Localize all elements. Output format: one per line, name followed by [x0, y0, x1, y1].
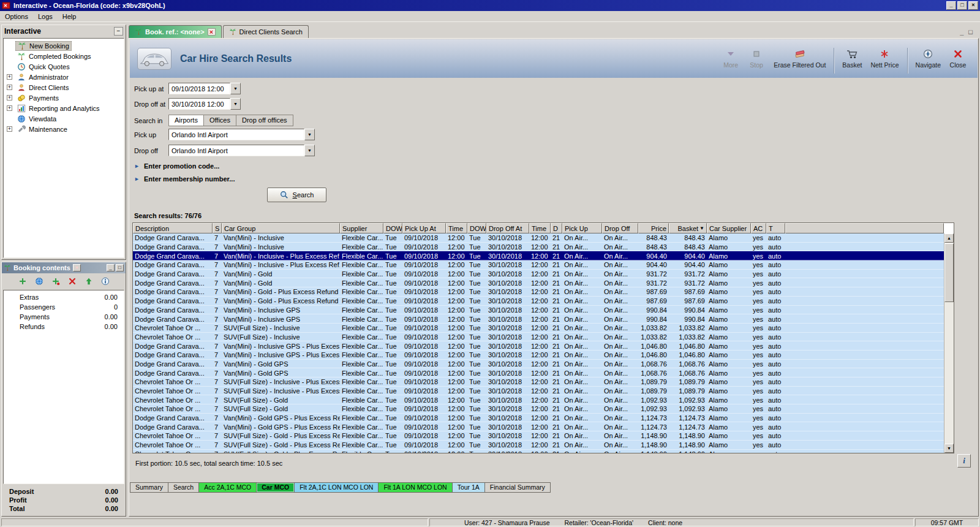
- world-icon[interactable]: [34, 276, 45, 287]
- close-view-button[interactable]: Close: [946, 47, 970, 70]
- sidebar-item-viewdata[interactable]: Viewdata: [4, 113, 124, 124]
- pickup-at-input[interactable]: 09/10/2018 12:00 ▼: [168, 83, 241, 94]
- tab-summary[interactable]: Summary: [130, 482, 168, 493]
- result-row[interactable]: Chevrolet Tahoe Or ...7SUV(Full Size) - …: [133, 441, 944, 450]
- booking-contents-close-button[interactable]: ×: [73, 264, 81, 271]
- sidebar-item-new-booking[interactable]: New Booking: [4, 40, 124, 51]
- list-item-payments[interactable]: Payments0.00: [4, 312, 124, 322]
- column-header-dow2[interactable]: DOW: [467, 223, 486, 233]
- add-extra-icon[interactable]: [50, 276, 61, 287]
- expand-toggle[interactable]: +: [7, 95, 12, 100]
- dropdown-icon[interactable]: ▼: [230, 98, 241, 110]
- tab-airports[interactable]: Airports: [168, 115, 204, 126]
- tab-close-icon[interactable]: ×: [208, 28, 216, 36]
- column-header-basket[interactable]: Basket▼: [669, 223, 707, 233]
- result-row[interactable]: Chevrolet Tahoe Or ...7SUV(Full Size) - …: [133, 404, 944, 414]
- erase-filtered-out-button[interactable]: Erase Filtered Out: [770, 47, 829, 70]
- stop-button[interactable]: Stop: [744, 47, 769, 70]
- membership-number-disclosure[interactable]: ► Enter membership number...: [134, 175, 235, 183]
- result-row[interactable]: Chevrolet Tahoe Or ...7SUV(Full Size) - …: [133, 377, 944, 387]
- result-row[interactable]: Chevrolet Tahoe Or ...7SUV(Full Size) - …: [133, 431, 944, 441]
- column-header-supplier[interactable]: Supplier: [340, 223, 383, 233]
- sidebar-item-administrator[interactable]: + Administrator: [4, 72, 124, 82]
- result-row[interactable]: Chevrolet Tahoe Or ...7SUV(Full Size) - …: [133, 395, 944, 404]
- result-row[interactable]: Dodge Grand Carava...7Van(Mini) - Inclus…: [133, 306, 944, 315]
- column-header-car_group[interactable]: Car Group: [222, 223, 340, 233]
- result-row[interactable]: Chevrolet Tahoe Or ...7SUV(Full Size) - …: [133, 324, 944, 333]
- result-row[interactable]: Dodge Grand Carava...7Van(Mini) - Gold G…: [133, 414, 944, 423]
- result-row[interactable]: Chevrolet Tahoe Or ...7SUV(Full Size) - …: [133, 387, 944, 396]
- dropoff-at-input[interactable]: 30/10/2018 12:00 ▼: [168, 98, 241, 110]
- basket-button[interactable]: Basket: [839, 47, 865, 70]
- result-row[interactable]: Dodge Grand Carava...7Van(Mini) - Inclus…: [133, 351, 944, 360]
- result-row[interactable]: Dodge Grand Carava...7Van(Mini) - Gold -…: [133, 287, 944, 297]
- dropoff-select[interactable]: Orlando Intl Airport ▼: [168, 145, 315, 156]
- sidebar-item-direct-clients[interactable]: + Direct Clients: [4, 82, 124, 93]
- column-header-pick_up_at[interactable]: Pick Up At: [402, 223, 446, 233]
- scrollbar-thumb[interactable]: [944, 243, 954, 302]
- pickup-select[interactable]: Orlando Intl Airport ▼: [168, 129, 315, 140]
- add-icon[interactable]: [17, 276, 28, 287]
- result-row[interactable]: Dodge Grand Carava...7Van(Mini) - GoldFl…: [133, 278, 944, 287]
- column-header-price[interactable]: Price: [638, 223, 669, 233]
- menu-logs[interactable]: Logs: [33, 12, 58, 21]
- column-header-drop_off_at[interactable]: Drop Off At: [486, 223, 529, 233]
- promotion-code-disclosure[interactable]: ► Enter promotion code...: [134, 162, 219, 170]
- column-header-time2[interactable]: Time: [529, 223, 551, 233]
- scroll-up-icon[interactable]: ▲: [944, 233, 954, 243]
- result-row[interactable]: Dodge Grand Carava...7Van(Mini) - Inclus…: [133, 260, 944, 270]
- dropdown-icon[interactable]: ▼: [230, 83, 241, 94]
- list-item-extras[interactable]: Extras0.00: [4, 292, 124, 302]
- list-item-refunds[interactable]: Refunds0.00: [4, 322, 124, 332]
- expand-toggle[interactable]: +: [7, 105, 12, 111]
- column-header-time1[interactable]: Time: [446, 223, 467, 233]
- column-header-description[interactable]: Description: [133, 223, 213, 233]
- result-row[interactable]: Dodge Grand Carava...7Van(Mini) - Gold G…: [133, 422, 944, 431]
- delete-icon[interactable]: [67, 276, 78, 287]
- dropdown-icon[interactable]: ▼: [304, 129, 315, 140]
- sidebar-item-completed-bookings[interactable]: Completed Bookings: [4, 51, 124, 61]
- result-row[interactable]: Dodge Grand Carava...7Van(Mini) - Inclus…: [133, 251, 944, 260]
- column-header-dow1[interactable]: DOW: [383, 223, 402, 233]
- result-row[interactable]: Dodge Grand Carava...7Van(Mini) - GoldFl…: [133, 270, 944, 279]
- navigate-button[interactable]: Navigate: [912, 47, 944, 70]
- scroll-down-icon[interactable]: ▼: [944, 444, 954, 453]
- tab-offices[interactable]: Offices: [204, 115, 236, 126]
- dropdown-icon[interactable]: ▼: [304, 145, 315, 156]
- mdi-restore-button[interactable]: □: [968, 28, 973, 36]
- nett-price-button[interactable]: Nett Price: [867, 47, 902, 70]
- tab-flt-1a[interactable]: Flt 1A LON MCO LON: [378, 482, 452, 493]
- tab-flt-2a1c[interactable]: Flt 2A,1C LON MCO LON: [294, 482, 379, 493]
- result-row[interactable]: Chevrolet Tahoe Or ...7SUV(Full Size) - …: [133, 450, 944, 453]
- expand-toggle[interactable]: +: [7, 74, 12, 80]
- menu-help[interactable]: Help: [58, 12, 81, 21]
- booking-contents-minimize-button[interactable]: _: [107, 264, 115, 271]
- info-button[interactable]: i: [957, 454, 971, 468]
- result-row[interactable]: Dodge Grand Carava...7Van(Mini) - Gold G…: [133, 360, 944, 369]
- sidebar-item-reporting[interactable]: + Reporting and Analytics: [4, 103, 124, 113]
- booking-contents-restore-button[interactable]: □: [116, 264, 124, 271]
- result-row[interactable]: Dodge Grand Carava...7Van(Mini) - Inclus…: [133, 243, 944, 252]
- search-button[interactable]: Search: [267, 188, 326, 202]
- result-row[interactable]: Dodge Grand Carava...7Van(Mini) - Inclus…: [133, 341, 944, 351]
- tab-tour-1a[interactable]: Tour 1A: [452, 482, 485, 493]
- close-button[interactable]: ×: [968, 1, 978, 10]
- tab-booking-ref[interactable]: Book. ref.: <none> ×: [129, 25, 222, 38]
- collapse-panel-button[interactable]: −: [114, 27, 123, 36]
- minimize-button[interactable]: _: [946, 1, 956, 10]
- result-row[interactable]: Dodge Grand Carava...7Van(Mini) - Inclus…: [133, 314, 944, 324]
- tab-car-mco[interactable]: Car MCO: [256, 482, 295, 493]
- expand-toggle[interactable]: +: [7, 85, 12, 90]
- result-row[interactable]: Chevrolet Tahoe Or ...7SUV(Full Size) - …: [133, 333, 944, 342]
- tab-acc-mco[interactable]: Acc 2A,1C MCO: [198, 482, 257, 493]
- menu-options[interactable]: Options: [0, 12, 33, 21]
- result-row[interactable]: Dodge Grand Carava...7Van(Mini) - Inclus…: [133, 233, 944, 243]
- move-up-icon[interactable]: [83, 276, 94, 287]
- result-row[interactable]: Dodge Grand Carava...7Van(Mini) - Gold -…: [133, 297, 944, 306]
- list-item-passengers[interactable]: Passengers0: [4, 302, 124, 312]
- result-row[interactable]: Dodge Grand Carava...7Van(Mini) - Gold G…: [133, 368, 944, 377]
- column-header-car_supplier[interactable]: Car Supplier: [707, 223, 751, 233]
- tab-drop-off-offices[interactable]: Drop off offices: [236, 115, 293, 126]
- vertical-scrollbar[interactable]: ▲ ▼: [944, 233, 954, 453]
- info-icon[interactable]: [100, 276, 111, 287]
